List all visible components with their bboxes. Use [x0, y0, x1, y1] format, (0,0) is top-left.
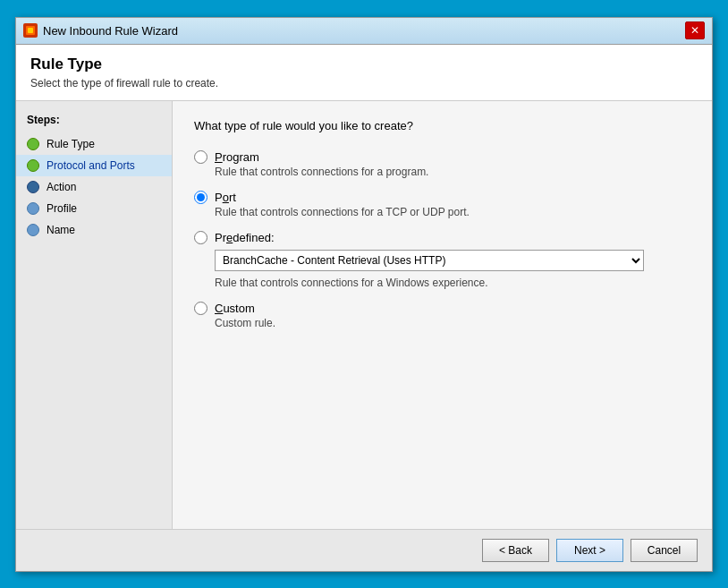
header-section: Rule Type Select the type of firewall ru…	[16, 45, 712, 101]
next-button[interactable]: Next >	[556, 539, 623, 562]
step-dot-action	[27, 181, 39, 193]
radio-program[interactable]	[194, 150, 207, 164]
radio-group: Program Rule that controls connections f…	[194, 150, 690, 329]
back-button[interactable]: < Back	[482, 539, 549, 562]
predefined-select-wrapper: BranchCache - Content Retrieval (Uses HT…	[215, 250, 690, 271]
window-title: New Inbound Rule Wizard	[43, 24, 178, 38]
step-dot-profile	[27, 202, 39, 215]
close-button[interactable]: ✕	[685, 21, 705, 39]
radio-custom[interactable]	[194, 302, 207, 315]
sidebar-item-protocol-ports[interactable]: Protocol and Ports	[16, 155, 172, 176]
label-port[interactable]: Port	[215, 191, 236, 204]
label-program[interactable]: Program	[215, 150, 259, 164]
svg-rect-1	[28, 28, 33, 33]
title-bar-left: New Inbound Rule Wizard	[23, 23, 178, 38]
option-port-row: Port	[194, 191, 690, 204]
option-custom: Custom Custom rule.	[194, 302, 690, 329]
option-predefined-row: Predefined:	[194, 231, 690, 244]
sidebar-label-protocol-ports: Protocol and Ports	[47, 159, 135, 172]
app-icon	[23, 23, 38, 38]
radio-predefined[interactable]	[194, 231, 207, 244]
predefined-dropdown[interactable]: BranchCache - Content Retrieval (Uses HT…	[215, 250, 644, 271]
sidebar-label-rule-type: Rule Type	[47, 138, 95, 150]
cancel-button[interactable]: Cancel	[631, 539, 698, 562]
desc-predefined: Rule that controls connections for a Win…	[215, 277, 690, 289]
radio-port[interactable]	[194, 191, 207, 204]
desc-program: Rule that controls connections for a pro…	[215, 166, 690, 178]
option-program-row: Program	[194, 150, 690, 164]
question-text: What type of rule would you like to crea…	[194, 119, 690, 132]
option-predefined: Predefined: BranchCache - Content Retrie…	[194, 231, 690, 289]
main-content: What type of rule would you like to crea…	[173, 101, 712, 529]
steps-label: Steps:	[16, 110, 172, 133]
option-custom-row: Custom	[194, 302, 690, 315]
sidebar-item-name[interactable]: Name	[16, 219, 172, 241]
page-subtitle: Select the type of firewall rule to crea…	[30, 77, 698, 89]
sidebar-item-profile[interactable]: Profile	[16, 198, 172, 219]
title-bar: New Inbound Rule Wizard ✕	[16, 18, 712, 45]
sidebar-label-action: Action	[47, 181, 76, 193]
body: Steps: Rule Type Protocol and Ports Acti…	[16, 101, 712, 529]
sidebar-item-action[interactable]: Action	[16, 176, 172, 198]
step-dot-rule-type	[27, 138, 39, 150]
sidebar-label-name: Name	[47, 224, 75, 236]
label-custom[interactable]: Custom	[215, 302, 255, 315]
sidebar-label-profile: Profile	[47, 202, 77, 215]
label-predefined[interactable]: Predefined:	[215, 231, 275, 244]
page-title: Rule Type	[30, 55, 698, 73]
option-port: Port Rule that controls connections for …	[194, 191, 690, 218]
step-dot-name	[27, 224, 39, 236]
sidebar: Steps: Rule Type Protocol and Ports Acti…	[16, 101, 173, 529]
option-program: Program Rule that controls connections f…	[194, 150, 690, 178]
footer: < Back Next > Cancel	[16, 529, 712, 571]
sidebar-item-rule-type[interactable]: Rule Type	[16, 133, 172, 155]
desc-custom: Custom rule.	[215, 317, 690, 329]
wizard-window: New Inbound Rule Wizard ✕ Rule Type Sele…	[15, 17, 713, 572]
step-dot-protocol-ports	[27, 159, 39, 172]
desc-port: Rule that controls connections for a TCP…	[215, 206, 690, 218]
